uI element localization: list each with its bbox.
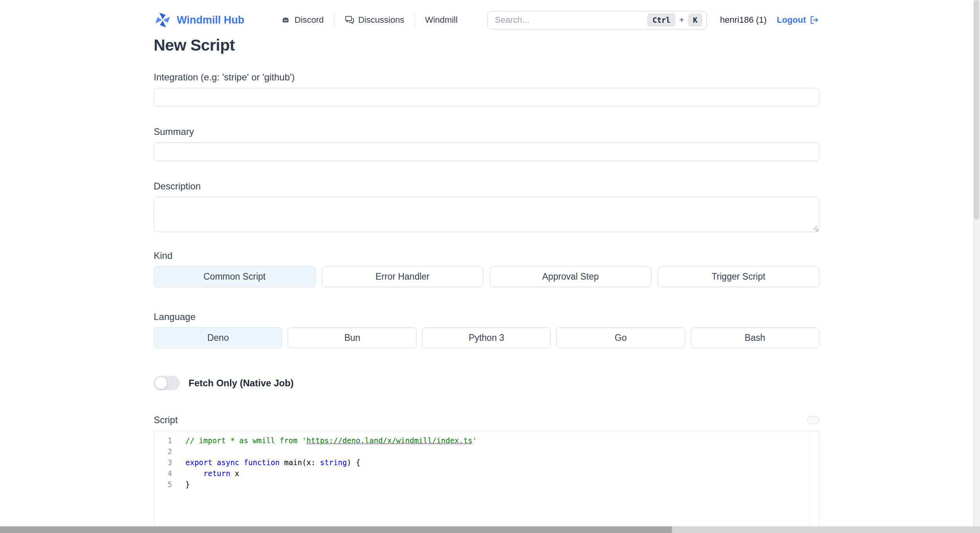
brand-name: Windmill Hub [177,14,244,26]
kind-option-common-script[interactable]: Common Script [154,266,316,287]
editor-mini-toggle[interactable] [807,416,819,424]
nav-item-windmill[interactable]: Windmill [415,15,468,25]
language-field: Language DenoBunPython 3GoBash [154,311,819,348]
line-number: 1 [154,435,172,446]
description-textarea[interactable] [154,197,819,232]
line-number: 3 [154,457,172,468]
kind-option-error-handler[interactable]: Error Handler [322,266,484,287]
language-option-go[interactable]: Go [556,327,685,348]
header: Windmill Hub DiscordDiscussionsWindmill … [154,10,819,30]
search-bar[interactable]: Ctrl+K [487,11,707,29]
nav-item-label: Windmill [425,15,457,25]
fetch-only-toggle[interactable] [154,376,180,390]
header-nav: DiscordDiscussionsWindmill [280,13,468,27]
script-section: Script 12345 // import * as wmill from '… [154,415,819,533]
language-label: Language [154,311,819,322]
description-label: Description [154,181,819,192]
toggle-knob [155,377,167,389]
kind-option-trigger-script[interactable]: Trigger Script [658,266,820,287]
username: henri186 (1) [720,15,767,25]
code-line: // import * as wmill from 'https://deno.… [185,435,809,446]
line-number: 5 [154,479,172,490]
main-container: Windmill Hub DiscordDiscussionsWindmill … [154,10,819,533]
editor-gutter: 12345 [154,431,182,533]
kbd-k: K [688,13,702,27]
script-label: Script [154,415,178,426]
line-number: 4 [154,468,172,479]
line-number: 2 [154,446,172,457]
kind-options: Common ScriptError HandlerApproval StepT… [154,266,819,287]
code-line [185,446,809,457]
logout-label: Logout [777,15,806,25]
code-line: return x [185,468,809,479]
kind-field: Kind Common ScriptError HandlerApproval … [154,250,819,287]
discord-icon [280,15,291,25]
search-shortcut: Ctrl+K [647,13,702,27]
vertical-scrollbar[interactable] [973,0,980,533]
fetch-only-label: Fetch Only (Native Job) [189,378,294,389]
nav-item-discord[interactable]: Discord [280,15,334,25]
language-option-deno[interactable]: Deno [154,327,282,348]
editor-code[interactable]: // import * as wmill from 'https://deno.… [182,431,809,533]
summary-field: Summary [154,126,819,161]
language-option-bun[interactable]: Bun [288,327,416,348]
horizontal-scrollbar-thumb[interactable] [0,526,672,533]
integration-field: Integration (e.g: 'stripe' or 'github') [154,72,819,107]
logout-icon [809,15,819,25]
kind-label: Kind [154,250,819,261]
editor-scrollbar[interactable] [809,431,819,533]
code-editor[interactable]: 12345 // import * as wmill from 'https:/… [154,431,819,533]
logout-link[interactable]: Logout [777,15,819,25]
description-field: Description [154,181,819,232]
integration-label: Integration (e.g: 'stripe' or 'github') [154,72,819,83]
language-options: DenoBunPython 3GoBash [154,327,819,348]
summary-input[interactable] [154,142,819,161]
user-area: henri186 (1) Logout [720,15,819,25]
language-option-bash[interactable]: Bash [691,327,819,348]
nav-item-discussions[interactable]: Discussions [334,15,414,25]
nav-item-label: Discussions [358,15,404,25]
integration-input[interactable] [154,88,819,107]
discussions-icon [345,15,355,25]
vertical-scrollbar-thumb[interactable] [974,0,979,220]
nav-item-label: Discord [294,15,324,25]
code-line: export async function main(x: string) { [185,457,809,468]
language-option-python-3[interactable]: Python 3 [422,327,551,348]
kbd-ctrl: Ctrl [647,13,675,27]
horizontal-scrollbar[interactable] [0,526,980,533]
kind-option-approval-step[interactable]: Approval Step [490,266,652,287]
windmill-logo-icon [154,11,172,29]
fetch-only-row: Fetch Only (Native Job) [154,376,819,390]
code-line: } [185,479,809,490]
search-input[interactable] [495,15,647,25]
page-title: New Script [154,36,819,55]
shortcut-separator: + [679,16,684,25]
brand[interactable]: Windmill Hub [154,11,244,29]
summary-label: Summary [154,126,819,137]
